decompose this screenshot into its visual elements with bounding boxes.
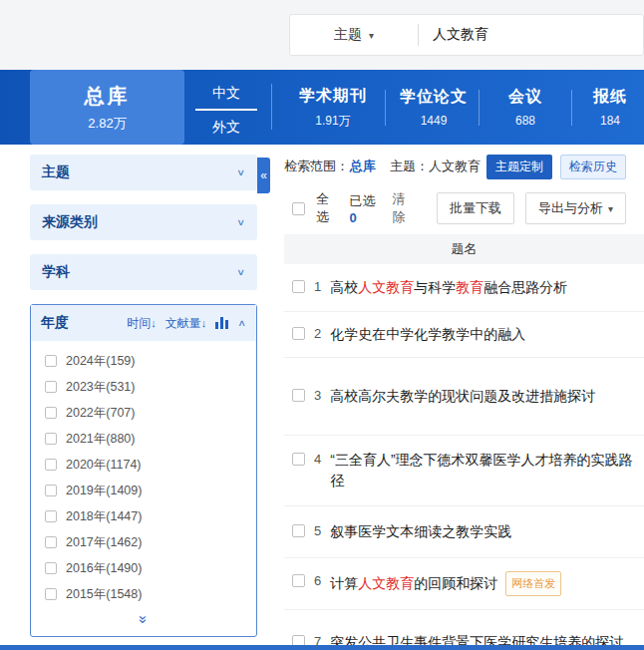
year-filter-item[interactable]: 2020年(1174) (31, 452, 256, 478)
year-filter-item[interactable]: 2021年(880) (31, 426, 256, 452)
select-all-checkbox[interactable] (292, 202, 305, 215)
title-text: 高校 (330, 279, 358, 295)
year-label: 2023年(531) (66, 379, 136, 395)
topic-customize-button[interactable]: 主题定制 (486, 155, 552, 179)
tab-count: 1449 (421, 114, 448, 128)
results-area: 检索范围： 总库 主题：人文教育 主题定制 检索历史 全选 已选 0 清除 批量… (284, 155, 644, 650)
title-text: 叙事医学文本细读之教学实践 (330, 523, 511, 539)
tab-label: 会议 (508, 87, 542, 108)
year-label: 2022年(707) (66, 405, 136, 421)
year-checkbox[interactable] (45, 485, 57, 496)
tab-label: 报纸 (593, 87, 627, 108)
result-title-link[interactable]: 化学史在中学化学教学中的融入 (330, 324, 525, 345)
year-checkbox[interactable] (45, 536, 57, 548)
year-checkbox[interactable] (45, 433, 57, 445)
result-title-link[interactable]: 高校高尔夫教学的现状问题及改进措施探讨 (330, 386, 595, 407)
clear-selection-button[interactable]: 清除 (392, 190, 415, 226)
year-label: 2015年(1548) (66, 586, 142, 602)
title-text: 化学史在中学化学教学中的融入 (330, 326, 525, 342)
year-checkbox[interactable] (45, 510, 57, 522)
filter-section-year: 年度 时间↓ 文献量↓ ∧ 2024年(159) 2023年(531) 2022… (30, 304, 257, 637)
tab-foreign[interactable]: 外文 (195, 115, 257, 143)
footer-strip (0, 645, 644, 650)
year-label: 2024年(159) (66, 353, 136, 369)
row-checkbox[interactable] (292, 574, 305, 587)
result-title-link[interactable]: “三全育人”理念下德术双馨医学人才培养的实践路径 (330, 450, 638, 491)
year-list: 2024年(159) 2023年(531) 2022年(707) 2021年(8… (31, 341, 256, 607)
year-checkbox[interactable] (45, 381, 57, 393)
chevron-down-icon: ∨ (236, 217, 245, 228)
search-input[interactable] (419, 27, 643, 43)
year-label: 2020年(1174) (66, 457, 142, 473)
tab-conferences[interactable]: 会议 688 (485, 70, 565, 145)
filter-section-label: 学科 (42, 263, 70, 281)
bar-chart-icon[interactable] (215, 317, 228, 329)
filter-section-subject[interactable]: 主题 ∨ (30, 155, 257, 190)
year-filter-item[interactable]: 2022年(707) (31, 400, 256, 426)
sidebar-collapse-button[interactable]: « (257, 158, 270, 193)
year-filter-item[interactable]: 2015年(1548) (31, 581, 256, 607)
tab-count: 1.91万 (315, 113, 350, 130)
nav-divider (271, 84, 272, 130)
result-row: 4 “三全育人”理念下德术双馨医学人才培养的实践路径 (284, 436, 644, 506)
year-filter-item[interactable]: 2024年(159) (31, 348, 256, 374)
result-title-link[interactable]: 叙事医学文本细读之教学实践 (330, 521, 511, 542)
result-row: 5 叙事医学文本细读之教学实践 (284, 506, 644, 558)
search-field-label: 主题 (334, 26, 362, 44)
year-checkbox[interactable] (45, 459, 57, 471)
filter-section-discipline[interactable]: 学科 ∨ (30, 254, 257, 290)
row-number: 6 (314, 573, 321, 588)
chevron-up-icon[interactable]: ∧ (237, 318, 246, 329)
year-checkbox[interactable] (45, 588, 57, 600)
row-checkbox[interactable] (292, 327, 305, 340)
nav-divider (385, 90, 386, 126)
cnki-search-results-page: 主题 ▾ 总库 2.82万 中文 外文 学术期刊 1.91万 学位论文 1449… (0, 0, 644, 650)
result-title-link[interactable]: 高校人文教育与科学教育融合思路分析 (330, 277, 567, 298)
tab-academic-journals[interactable]: 学术期刊 1.91万 (283, 70, 383, 145)
batch-download-button[interactable]: 批量下载 (437, 192, 514, 224)
tab-chinese[interactable]: 中文 (195, 81, 257, 111)
year-label: 2021年(880) (66, 431, 136, 447)
select-all-label[interactable]: 全选 (316, 190, 339, 226)
row-checkbox[interactable] (292, 524, 305, 537)
result-row: 1 高校人文教育与科学教育融合思路分析 (284, 264, 644, 312)
year-filter-item[interactable]: 2016年(1490) (31, 555, 256, 581)
total-library-count: 2.82万 (88, 115, 126, 133)
search-field-select[interactable]: 主题 ▾ (290, 26, 418, 44)
row-checkbox[interactable] (292, 280, 305, 293)
column-header-title[interactable]: 题名 (284, 234, 644, 264)
year-filter-item[interactable]: 2018年(1447) (31, 503, 256, 529)
database-nav: 总库 2.82万 中文 外文 学术期刊 1.91万 学位论文 1449 会议 6… (0, 70, 644, 145)
nav-divider (571, 90, 572, 126)
year-filter-item[interactable]: 2017年(1462) (31, 529, 256, 555)
tab-newspapers[interactable]: 报纸 184 (578, 70, 642, 145)
title-text: 的回顾和探讨 (414, 575, 497, 591)
result-title-link[interactable]: 计算人文教育的回顾和探讨网络首发 (330, 571, 561, 596)
sort-by-time-button[interactable]: 时间↓ (127, 315, 157, 332)
search-history-button[interactable]: 检索历史 (560, 155, 626, 179)
sort-by-count-button[interactable]: 文献量↓ (165, 315, 207, 332)
title-text: 高校高尔夫教学的现状问题及改进措施探讨 (330, 388, 595, 404)
year-checkbox[interactable] (45, 407, 57, 419)
year-filter-item[interactable]: 2019年(1409) (31, 478, 256, 503)
tab-total-library[interactable]: 总库 2.82万 (30, 70, 184, 145)
tab-dissertations[interactable]: 学位论文 1449 (391, 70, 477, 145)
year-section-label: 年度 (41, 314, 69, 332)
filter-section-label: 来源类别 (42, 213, 98, 231)
year-checkbox[interactable] (45, 562, 57, 574)
expand-more-button[interactable]: » (31, 607, 256, 636)
row-number: 5 (314, 523, 321, 538)
sort-down-icon: ↓ (151, 317, 157, 329)
year-checkbox[interactable] (45, 355, 57, 367)
nav-divider (479, 90, 480, 126)
dropdown-arrow-icon: ▾ (608, 203, 613, 214)
year-label: 2018年(1447) (66, 508, 142, 524)
scope-value[interactable]: 总库 (350, 158, 376, 175)
row-checkbox[interactable] (292, 389, 305, 402)
export-analyze-button[interactable]: 导出与分析▾ (525, 192, 626, 224)
filter-section-source-type[interactable]: 来源类别 ∨ (30, 204, 257, 240)
results-toolbar: 全选 已选 0 清除 批量下载 导出与分析▾ (284, 192, 644, 224)
year-filter-item[interactable]: 2023年(531) (31, 374, 256, 400)
row-checkbox[interactable] (292, 453, 305, 466)
row-number: 3 (314, 388, 321, 403)
